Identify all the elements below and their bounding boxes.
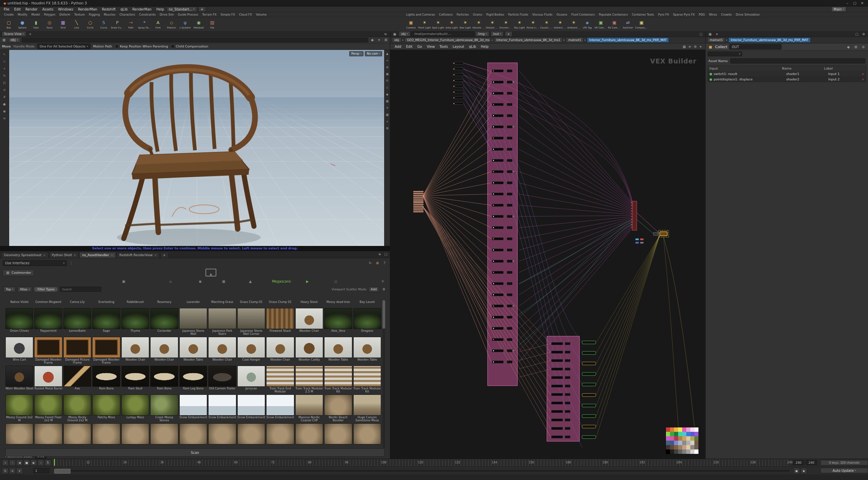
asset-thumbnail[interactable] [150,395,178,416]
gear-icon[interactable]: ⊕ [861,44,866,49]
asset-item[interactable]: Wooden Chair [121,337,149,365]
asset-item[interactable]: Worn Wooden Stool [5,366,33,393]
asset-thumbnail[interactable] [295,337,323,358]
palette-swatch[interactable] [682,427,686,432]
asset-item[interactable]: Jerrycan [237,366,265,393]
asset-item[interactable]: Massive Nordic Coastal Cliff [295,395,323,422]
asset-item[interactable]: Snow Embankment [266,395,294,422]
breadcrumb-item[interactable]: matnet1 [707,37,725,43]
delete-input-icon[interactable]: × [862,77,864,81]
asset-thumbnail[interactable] [208,337,236,358]
asset-item[interactable]: Coriander [150,308,178,336]
breadcrumb-item[interactable]: Interior_Furniture_ubmlcasaw_8K_3d_ms1 [494,37,563,43]
shelf-tool-platonic[interactable]: ◇Platonic [165,17,178,32]
asset-thumbnail[interactable] [324,395,352,416]
snap-icon[interactable]: # [2,95,7,99]
close-button[interactable]: ✕ [859,1,866,5]
search-input[interactable] [60,287,101,292]
gear-icon[interactable]: ⊕ [692,44,698,49]
more-options-icon[interactable]: ⋮ [68,261,74,266]
asset-thumbnail[interactable] [237,423,265,444]
asset-item[interactable]: Wooden Table [353,337,381,365]
asset-thumbnail[interactable] [179,308,207,329]
timeline-ruler[interactable]: 1122436486072849610812013214415616818019… [54,459,790,466]
scale-icon[interactable]: ◰ [2,80,7,85]
filter-types-button[interactable]: Filter Types [34,287,58,292]
asset-thumbnail[interactable] [63,308,91,329]
asset-thumbnail[interactable] [92,423,120,444]
asset-thumbnail[interactable] [179,423,207,444]
shelf-tool-lpe-tag[interactable]: ◈LPE Tag [580,17,594,32]
minimize-button[interactable]: – [844,1,851,5]
asset-item[interactable] [208,423,236,444]
play-button[interactable]: ▶ [31,460,37,466]
shelf-tab-guide-process[interactable]: Guide Process [176,12,200,17]
asset-item[interactable] [5,423,33,444]
menu-help[interactable]: Help [154,6,166,12]
menu-renderman[interactable]: RenderMan [130,6,154,12]
shelf-tool-sky-light[interactable]: ☀Sky Light [513,17,526,32]
asset-thumbnail[interactable] [34,308,62,329]
asset-item[interactable]: Old Cannon Trailer [208,366,236,393]
pane-tab-geometry-spreadsheet[interactable]: Geometry Spreadsheet× [1,252,48,258]
asset-thumbnail[interactable] [121,308,149,329]
asset-thumbnail[interactable] [150,337,178,358]
shelf-tab-modify[interactable]: Modify [16,12,29,17]
grid-vertical-scrollthumb[interactable] [382,300,385,329]
tab-megascans[interactable]: Megascans [272,280,291,283]
asset-item[interactable]: Train Track Modular Kit [324,366,352,393]
asset-thumbnail[interactable] [34,423,62,444]
shelf-tool-line[interactable]: ╲Line [70,17,83,32]
palette-swatch[interactable] [694,445,698,449]
palette-swatch[interactable] [678,427,682,432]
asset-item[interactable]: Wooden Chair [208,337,236,365]
bookmark-icon[interactable]: ◆ [370,38,375,42]
shelf-tool-switcher[interactable]: ⇄Switcher [621,17,635,32]
canvas-icon[interactable]: ▲ [205,269,216,276]
shelf-tab-pyro-fx[interactable]: Pyro FX [656,12,671,17]
shelf-tab-sparse-pyro-fx[interactable]: Sparse Pyro FX [671,12,697,17]
palette-swatch[interactable] [694,441,698,445]
pan-icon[interactable]: + [385,58,390,63]
delete-input-icon[interactable]: × [862,72,864,76]
costmender-button[interactable]: ▦ Costmender [3,269,34,276]
list-icon[interactable]: ≡ [687,44,692,49]
asset-thumbnail[interactable] [92,366,120,387]
network-menu-layout[interactable]: Layout [450,43,467,50]
tab-home-icon[interactable]: ▣ [122,280,125,283]
jump-start-button[interactable]: « [2,460,8,466]
shelf-tool-draw-curve[interactable]: PDraw Curve [111,17,124,32]
palette-swatch[interactable] [694,449,698,454]
asset-item[interactable]: Nordic Beach Boulder [324,395,352,422]
palette-swatch[interactable] [678,449,682,454]
palette-swatch[interactable] [678,445,682,449]
asset-thumbnail[interactable] [121,395,149,416]
palette-swatch[interactable] [682,449,686,454]
shelf-tab-populate-containers[interactable]: Populate Containers [597,12,630,17]
asset-thumbnail[interactable] [295,308,323,329]
shelf-tab-container-tools[interactable]: Container Tools [630,12,656,17]
palette-swatch[interactable] [690,436,694,441]
asset-item[interactable]: Oregano [353,308,381,336]
shelf-tab-drive-sim[interactable]: Drive Sim [158,12,176,17]
asset-item[interactable] [324,423,352,444]
pane-tab-python-shell[interactable]: Python Shell× [49,252,79,258]
asset-item[interactable] [266,423,294,444]
asset-thumbnail[interactable] [237,337,265,358]
menu-redshift[interactable]: Redshift [100,6,118,12]
shelf-tool-distant-light[interactable]: ☀Distant Light [486,17,499,32]
shelf-tool-rs-camera[interactable]: ▣RS Camera [608,17,621,32]
asset-thumbnail[interactable] [353,395,381,416]
frame-slider[interactable] [54,470,789,472]
asset-thumbnail[interactable] [324,366,352,387]
shelf-tool-spot-light[interactable]: ☀Spot Light [431,17,445,32]
play-reverse-button[interactable]: ◀ [16,460,23,466]
asset-item[interactable]: Firewood Stack [266,308,294,336]
network-menu-help[interactable]: Help [478,43,491,50]
asset-item[interactable]: Ram Bone [150,366,178,393]
palette-swatch[interactable] [686,441,690,445]
shelf-tab-particle-fluids[interactable]: Particle Fluids [506,12,530,17]
palette-swatch[interactable] [670,432,674,436]
asset-thumbnail[interactable] [92,395,120,416]
asset-item[interactable]: Wooden Table [179,337,207,365]
